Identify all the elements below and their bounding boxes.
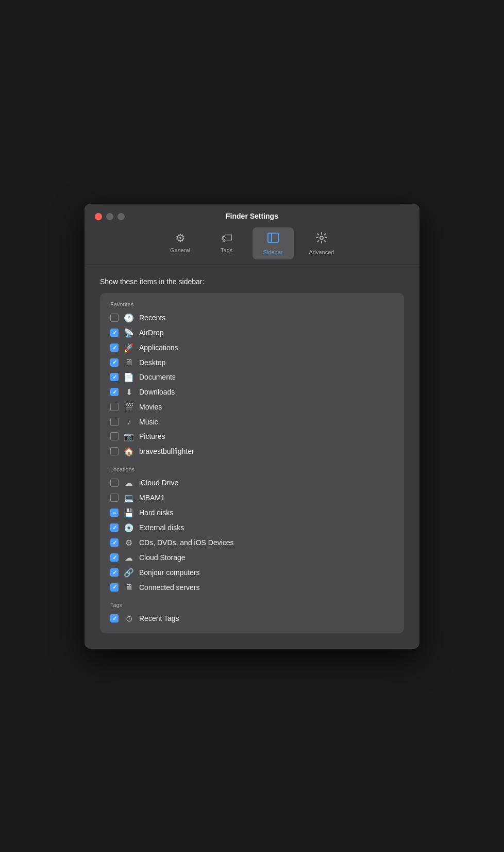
icloud-icon: ☁ [124, 478, 134, 488]
tab-general[interactable]: ⚙ General [160, 227, 201, 259]
minimize-button[interactable] [106, 213, 113, 220]
tab-tags-label: Tags [221, 247, 232, 253]
section-title: Show these items in the sidebar: [100, 277, 404, 286]
maximize-button[interactable] [117, 213, 125, 220]
titlebar: Finder Settings ⚙ General 🏷 Tags Sidebar [85, 204, 419, 259]
checkbox-pictures[interactable] [110, 432, 119, 440]
item-label-harddisks: Hard disks [139, 509, 173, 517]
externaldisks-icon: 💿 [124, 523, 134, 533]
checkbox-bonjour[interactable] [110, 568, 119, 577]
item-label-pictures: Pictures [139, 432, 165, 440]
list-item[interactable]: 💿 External disks [108, 520, 396, 535]
group-label-tags: Tags [108, 602, 396, 608]
downloads-icon: ⬇ [124, 387, 134, 397]
item-label-desktop: Desktop [139, 358, 165, 367]
checkbox-cloudstorage[interactable] [110, 553, 119, 562]
checkbox-home[interactable] [110, 447, 119, 455]
airdrop-icon: 📡 [124, 328, 134, 338]
list-item[interactable]: 📡 AirDrop [108, 325, 396, 340]
svg-rect-0 [268, 233, 278, 242]
checkbox-cds[interactable] [110, 538, 119, 547]
sidebar-items-list: Favorites 🕐 Recents 📡 AirDrop 🚀 Applicat… [100, 293, 404, 633]
item-label-icloud: iCloud Drive [139, 479, 178, 487]
list-item[interactable]: ☁ iCloud Drive [108, 476, 396, 490]
pictures-icon: 📷 [124, 432, 134, 441]
item-label-externaldisks: External disks [139, 523, 184, 532]
mbam1-icon: 💻 [124, 493, 134, 503]
tags-icon: 🏷 [221, 232, 232, 245]
svg-point-2 [320, 236, 323, 239]
cloudstorage-icon: ☁ [124, 553, 134, 563]
sidebar-icon [267, 232, 279, 247]
list-item[interactable]: 📷 Pictures [108, 429, 396, 444]
item-label-bonjour: Bonjour computers [139, 568, 200, 577]
checkbox-recenttags[interactable] [110, 614, 119, 622]
close-button[interactable] [95, 213, 102, 220]
list-item[interactable]: 💻 MBAM1 [108, 490, 396, 505]
item-label-cloudstorage: Cloud Storage [139, 553, 186, 562]
item-label-movies: Movies [139, 403, 162, 411]
list-item[interactable]: ⊙ Recent Tags [108, 611, 396, 626]
item-label-recents: Recents [139, 314, 165, 322]
tab-sidebar-label: Sidebar [263, 249, 283, 255]
list-item[interactable]: ☁ Cloud Storage [108, 550, 396, 565]
checkbox-airdrop[interactable] [110, 329, 119, 337]
movies-icon: 🎬 [124, 402, 134, 412]
list-item[interactable]: 🏠 bravestbullfighter [108, 444, 396, 459]
applications-icon: 🚀 [124, 343, 134, 353]
checkbox-harddisks[interactable] [110, 509, 119, 517]
harddisks-icon: 💾 [124, 508, 134, 518]
item-label-music: Music [139, 418, 158, 426]
list-item[interactable]: 🖥 Connected servers [108, 580, 396, 595]
advanced-icon [315, 232, 328, 247]
list-item[interactable]: 📄 Documents [108, 370, 396, 385]
list-item[interactable]: 💾 Hard disks [108, 505, 396, 520]
checkbox-documents[interactable] [110, 373, 119, 381]
window-title: Finder Settings [226, 212, 278, 220]
item-label-applications: Applications [139, 343, 178, 352]
list-item[interactable]: 🕐 Recents [108, 310, 396, 325]
finder-settings-window: Finder Settings ⚙ General 🏷 Tags Sidebar [85, 204, 419, 649]
list-item[interactable]: 🎬 Movies [108, 400, 396, 415]
list-item[interactable]: ♪ Music [108, 415, 396, 429]
checkbox-applications[interactable] [110, 343, 119, 352]
item-label-recenttags: Recent Tags [139, 614, 179, 622]
home-icon: 🏠 [124, 447, 134, 456]
checkbox-desktop[interactable] [110, 358, 119, 367]
item-label-airdrop: AirDrop [139, 329, 163, 337]
group-label-locations: Locations [108, 466, 396, 472]
checkbox-recents[interactable] [110, 314, 119, 322]
item-label-documents: Documents [139, 373, 176, 381]
tab-advanced-label: Advanced [309, 249, 334, 255]
list-item[interactable]: 🖥 Desktop [108, 355, 396, 370]
item-label-home: bravestbullfighter [139, 447, 194, 455]
checkbox-mbam1[interactable] [110, 494, 119, 502]
tab-advanced[interactable]: Advanced [299, 227, 345, 259]
checkbox-servers[interactable] [110, 583, 119, 592]
main-content: Show these items in the sidebar: Favorit… [85, 265, 419, 649]
group-label-favorites: Favorites [108, 301, 396, 307]
bonjour-icon: 🔗 [124, 568, 134, 578]
documents-icon: 📄 [124, 372, 134, 382]
general-icon: ⚙ [175, 232, 186, 245]
tabs-bar: ⚙ General 🏷 Tags Sidebar [95, 227, 409, 259]
tab-tags[interactable]: 🏷 Tags [206, 227, 247, 259]
item-label-servers: Connected servers [139, 583, 200, 592]
checkbox-externaldisks[interactable] [110, 523, 119, 532]
list-item[interactable]: 🚀 Applications [108, 340, 396, 355]
tab-general-label: General [170, 247, 190, 253]
music-icon: ♪ [124, 417, 134, 427]
checkbox-music[interactable] [110, 418, 119, 426]
checkbox-icloud[interactable] [110, 479, 119, 487]
checkbox-movies[interactable] [110, 403, 119, 411]
list-item[interactable]: ⚙ CDs, DVDs, and iOS Devices [108, 535, 396, 550]
item-label-downloads: Downloads [139, 388, 175, 396]
recents-icon: 🕐 [124, 313, 134, 323]
item-label-cds: CDs, DVDs, and iOS Devices [139, 538, 234, 547]
traffic-lights [95, 213, 125, 220]
list-item[interactable]: 🔗 Bonjour computers [108, 565, 396, 580]
tab-sidebar[interactable]: Sidebar [253, 227, 294, 259]
checkbox-downloads[interactable] [110, 388, 119, 396]
servers-icon: 🖥 [124, 583, 134, 592]
list-item[interactable]: ⬇ Downloads [108, 385, 396, 400]
